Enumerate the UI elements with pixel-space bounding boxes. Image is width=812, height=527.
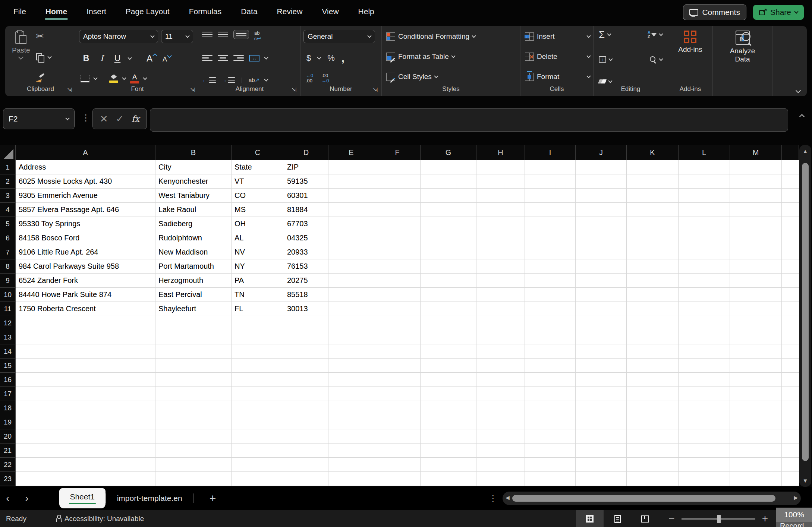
cell-F1[interactable]: [374, 160, 421, 174]
cut-icon[interactable]: ✂: [36, 31, 51, 41]
cell-H23[interactable]: [476, 472, 525, 486]
sheet-tab-Sheet1[interactable]: Sheet1: [59, 488, 106, 508]
cell-E2[interactable]: [328, 174, 374, 189]
sort-filter-button[interactable]: AZ: [648, 31, 662, 39]
cell-I17[interactable]: [525, 387, 576, 401]
cell-D17[interactable]: [284, 387, 328, 401]
chevron-down-icon[interactable]: [128, 56, 132, 60]
cell-partial-15[interactable]: [782, 359, 799, 373]
autosum-button[interactable]: Σ: [599, 30, 611, 40]
cell-K17[interactable]: [627, 387, 679, 401]
cell-J2[interactable]: [576, 174, 627, 189]
chevron-down-icon[interactable]: [93, 76, 97, 80]
cell-B6[interactable]: Rudolphtown: [155, 231, 232, 245]
cell-C11[interactable]: FL: [232, 302, 284, 316]
cell-G12[interactable]: [421, 316, 476, 330]
cell-I11[interactable]: [525, 302, 576, 316]
cell-M10[interactable]: [730, 288, 782, 302]
cell-F17[interactable]: [374, 387, 421, 401]
cell-H13[interactable]: [476, 330, 525, 344]
cell-H22[interactable]: [476, 458, 525, 472]
align-bottom-button-selected[interactable]: [233, 30, 249, 39]
cell-E16[interactable]: [328, 373, 374, 387]
merge-center-icon[interactable]: ↔: [249, 55, 259, 61]
cell-C20[interactable]: [232, 429, 284, 444]
cell-L13[interactable]: [679, 330, 730, 344]
cell-M6[interactable]: [730, 231, 782, 245]
vertical-scrollbar-thumb[interactable]: [802, 163, 809, 461]
analyze-data-button[interactable]: Analyze Data: [722, 30, 763, 83]
cell-J21[interactable]: [576, 444, 627, 458]
cell-A10[interactable]: 84440 Howe Park Suite 874: [16, 288, 155, 302]
cell-D9[interactable]: 20275: [284, 274, 328, 288]
conditional-formatting-button[interactable]: Conditional Formatting: [386, 30, 475, 43]
cell-L2[interactable]: [679, 174, 730, 189]
cell-G18[interactable]: [421, 401, 476, 415]
cell-L11[interactable]: [679, 302, 730, 316]
cell-C23[interactable]: [232, 472, 284, 486]
chevron-down-icon[interactable]: [143, 76, 147, 80]
cell-I14[interactable]: [525, 344, 576, 359]
cell-L3[interactable]: [679, 189, 730, 203]
cell-G23[interactable]: [421, 472, 476, 486]
cell-B1[interactable]: City: [155, 160, 232, 174]
cell-partial-20[interactable]: [782, 429, 799, 444]
cell-I22[interactable]: [525, 458, 576, 472]
insert-function-button[interactable]: fx: [132, 115, 139, 123]
cell-I23[interactable]: [525, 472, 576, 486]
comments-button[interactable]: Comments: [683, 4, 746, 20]
cell-B23[interactable]: [155, 472, 232, 486]
menu-tab-formulas[interactable]: Formulas: [188, 2, 223, 21]
cell-L15[interactable]: [679, 359, 730, 373]
number-format-combo[interactable]: General: [303, 30, 375, 43]
cell-D15[interactable]: [284, 359, 328, 373]
column-header-H[interactable]: H: [476, 145, 525, 160]
cell-H6[interactable]: [476, 231, 525, 245]
row-header-7[interactable]: 7: [0, 245, 16, 259]
cell-B4[interactable]: Lake Raoul: [155, 203, 232, 217]
cell-E4[interactable]: [328, 203, 374, 217]
cell-H2[interactable]: [476, 174, 525, 189]
cell-G16[interactable]: [421, 373, 476, 387]
chevron-down-icon[interactable]: [317, 55, 321, 59]
cell-G9[interactable]: [421, 274, 476, 288]
cell-F7[interactable]: [374, 245, 421, 259]
cell-B19[interactable]: [155, 415, 232, 429]
cell-partial-19[interactable]: [782, 415, 799, 429]
cell-I1[interactable]: [525, 160, 576, 174]
cell-A12[interactable]: [16, 316, 155, 330]
cell-A5[interactable]: 95330 Toy Springs: [16, 217, 155, 231]
cell-D14[interactable]: [284, 344, 328, 359]
column-header-L[interactable]: L: [679, 145, 730, 160]
cell-A22[interactable]: [16, 458, 155, 472]
row-header-22[interactable]: 22: [0, 458, 16, 472]
cell-D5[interactable]: 67703: [284, 217, 328, 231]
column-header-D[interactable]: D: [284, 145, 328, 160]
fill-button[interactable]: ↓: [599, 56, 612, 63]
cell-F2[interactable]: [374, 174, 421, 189]
cell-M7[interactable]: [730, 245, 782, 259]
column-header-E[interactable]: E: [328, 145, 374, 160]
cell-L21[interactable]: [679, 444, 730, 458]
row-header-2[interactable]: 2: [0, 174, 16, 189]
cell-M8[interactable]: [730, 259, 782, 274]
decrease-decimal-button[interactable]: .00→0: [321, 73, 329, 83]
column-header-I[interactable]: I: [525, 145, 576, 160]
horizontal-scrollbar-thumb[interactable]: [512, 495, 775, 502]
cell-H18[interactable]: [476, 401, 525, 415]
zoom-level-box[interactable]: 100% Record: [776, 508, 812, 527]
cell-J3[interactable]: [576, 189, 627, 203]
cell-D20[interactable]: [284, 429, 328, 444]
cell-D13[interactable]: [284, 330, 328, 344]
column-header-K[interactable]: K: [627, 145, 679, 160]
cell-A7[interactable]: 9106 Little Rue Apt. 264: [16, 245, 155, 259]
cell-K4[interactable]: [627, 203, 679, 217]
cell-partial-10[interactable]: [782, 288, 799, 302]
cell-D23[interactable]: [284, 472, 328, 486]
row-header-10[interactable]: 10: [0, 288, 16, 302]
cell-partial-7[interactable]: [782, 245, 799, 259]
cell-D2[interactable]: 59135: [284, 174, 328, 189]
chevron-down-icon[interactable]: [122, 76, 126, 80]
cell-M4[interactable]: [730, 203, 782, 217]
enter-button[interactable]: ✓: [116, 114, 123, 123]
